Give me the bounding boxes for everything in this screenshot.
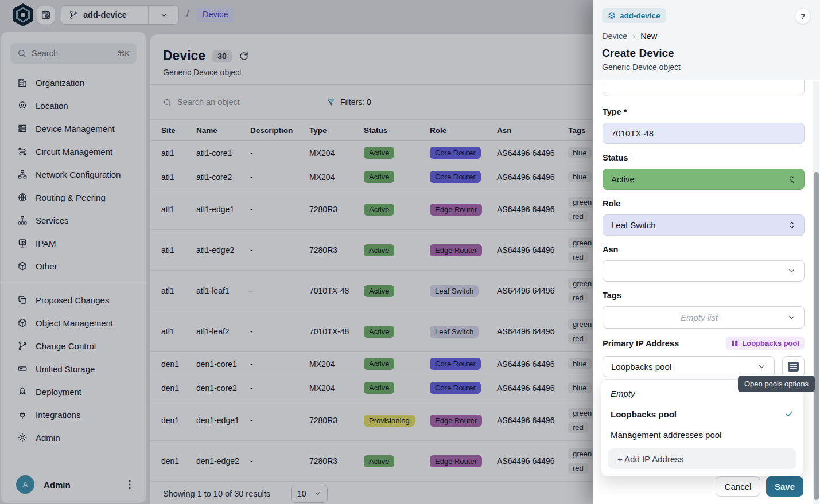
type-value: 7010TX-48 [611,128,654,138]
updown-chevron-icon [788,221,796,229]
app-root: add-device / Device Search ⌘K Organizati… [0,0,820,504]
chevron-down-icon [757,362,766,371]
field-status: Status Active [603,153,805,190]
field-asn: Asn [603,245,805,282]
field-type: Type * 7010TX-48 [603,107,805,144]
type-input[interactable]: 7010TX-48 [603,123,805,144]
branch-badge-label: add-device [620,11,660,20]
breadcrumb-parent[interactable]: Device [602,32,627,41]
breadcrumb-chevron: › [632,31,635,41]
branch-badge: add-device [602,8,666,23]
status-value: Active [611,174,635,184]
role-select[interactable]: Leaf Switch [603,214,805,236]
role-value: Leaf Switch [611,220,656,230]
dropdown-option-label: Loopbacks pool [611,409,677,419]
asn-select[interactable] [603,260,805,282]
dropdown-options: EmptyLoopbacks poolManagement addresses … [601,383,803,445]
field-tags: Tags Empty list [603,291,805,329]
tags-placeholder: Empty list [611,312,787,322]
status-label: Status [603,153,805,162]
pool-options-icon [788,362,799,372]
drawer-footer: Cancel Save [716,476,803,497]
layers-icon [608,11,616,19]
field-primary-ip: Primary IP Address Loopbacks pool Loopba… [603,338,805,377]
drawer-breadcrumb: Device › New [602,31,811,41]
updown-chevron-icon [788,175,796,183]
dropdown-option-label: Management addresses pool [611,430,721,440]
field-role: Role Leaf Switch [603,199,805,236]
primary-ip-select[interactable]: Loopbacks pool [603,356,775,377]
primary-ip-label: Primary IP Address [603,339,679,348]
status-select[interactable]: Active [603,169,805,190]
breadcrumb-current: New [640,32,657,41]
type-label: Type * [603,107,805,116]
drawer-subtitle: Generic Device object [602,62,811,72]
dropdown-option-label: Empty [611,389,635,398]
tooltip: Open pools options [738,376,815,392]
save-button[interactable]: Save [766,476,803,497]
cancel-button[interactable]: Cancel [716,476,760,497]
dropdown-option-loopbacks-pool[interactable]: Loopbacks pool [601,404,803,424]
tags-select[interactable]: Empty list [603,306,805,329]
open-pools-button[interactable] [782,356,805,377]
scrollbar-thumb[interactable] [814,172,819,500]
drawer-header: add-device ? Device › New Create Device … [593,0,820,80]
help-button[interactable]: ? [795,8,811,24]
drawer-title: Create Device [602,47,811,60]
pool-grid-icon [731,339,739,347]
pool-badge[interactable]: Loopbacks pool [726,337,805,350]
dropdown-option-management-addresses-pool[interactable]: Management addresses pool [601,424,803,445]
check-icon [784,409,794,419]
ip-pool-dropdown: EmptyLoopbacks poolManagement addresses … [601,379,803,476]
add-ip-address-option[interactable]: + Add IP Address [608,448,796,469]
chevron-down-icon [787,313,796,322]
asn-label: Asn [603,245,805,254]
modal-overlay[interactable] [0,0,593,504]
scrolled-field-input[interactable] [603,80,805,96]
chevron-down-icon [787,267,796,275]
role-label: Role [603,199,805,208]
create-device-drawer: add-device ? Device › New Create Device … [593,0,820,504]
pool-badge-label: Loopbacks pool [742,339,799,347]
primary-ip-value: Loopbacks pool [611,362,671,372]
tags-label: Tags [603,291,805,300]
